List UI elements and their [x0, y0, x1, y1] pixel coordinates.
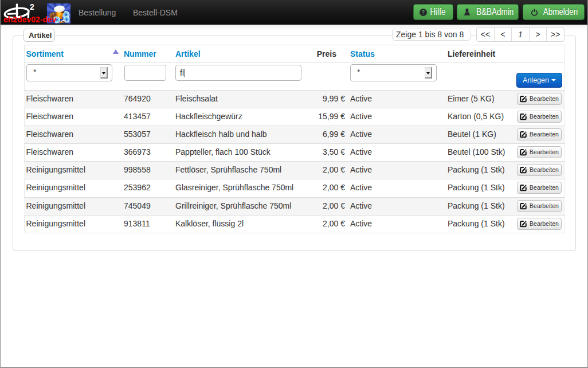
svg-text:2: 2 — [30, 2, 34, 11]
